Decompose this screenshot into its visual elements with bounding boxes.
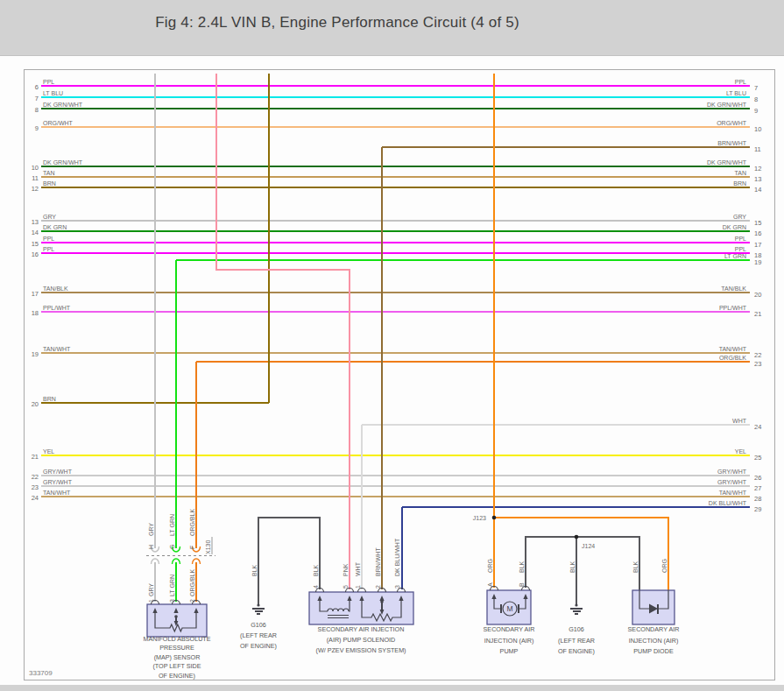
wire-number-right: 21 xyxy=(754,310,761,318)
wire-row: 7LT BLU8LT BLU xyxy=(35,90,758,104)
wiring-diagram-svg: 6PPL7PPL7LT BLU8LT BLU8DK GRN/WHT9DK GRN… xyxy=(0,0,784,691)
figure-reference-number: 333709 xyxy=(29,669,53,677)
ground-dot xyxy=(575,603,577,606)
wire-color-label-right: TAN xyxy=(735,170,746,176)
wire-color-label-left: TAN xyxy=(43,170,54,176)
junction-dot xyxy=(575,535,579,539)
wire-number-left: 24 xyxy=(32,494,39,502)
component-label: SECONDARY AIR xyxy=(484,625,535,633)
wire-number-left: 11 xyxy=(32,174,39,182)
vertical-wire-label: A xyxy=(487,582,493,587)
wire-color-label-left: DK GRN/WHT xyxy=(43,159,83,166)
component-label: (TOP LEFT SIDE xyxy=(152,662,201,670)
wire-rows: 6PPL7PPL7LT BLU8LT BLU8DK GRN/WHT9DK GRN… xyxy=(32,79,762,514)
wire-number-right: 29 xyxy=(754,505,761,513)
vertical-wire-label: BRN/WHT xyxy=(375,547,381,576)
wire-number-right: 28 xyxy=(754,495,761,503)
vertical-wire-label: F xyxy=(189,546,195,549)
wire-color-label-right: DK GRN/WHT xyxy=(707,102,747,108)
wire-color-label-left: TAN/WHT xyxy=(43,346,71,352)
wire-row: 12BRN14BRN xyxy=(32,180,762,194)
wire-color-label-right: PPL xyxy=(735,79,746,85)
wire-row: 11BRN/WHT xyxy=(382,140,761,154)
wire-number-right: 23 xyxy=(754,360,761,368)
junction-label: J124 xyxy=(582,543,595,549)
wire-row: 23ORG/BLK xyxy=(196,355,761,369)
wire-color-label-right: GRY/WHT xyxy=(717,469,747,475)
wire-color-label-right: GRY/WHT xyxy=(717,479,747,485)
component-label: SECONDARY AIR INJECTION xyxy=(318,625,405,633)
wire-row: 23GRY/WHT27GRY/WHT xyxy=(32,479,762,493)
wire-number-left: 13 xyxy=(32,218,39,226)
wire-color-label-left: TAN/BLK xyxy=(43,286,68,292)
component-sai-pump: MSECONDARY AIRINJECTION (AIR)PUMP xyxy=(484,587,535,655)
wire-color-label-right: PPL/WHT xyxy=(719,305,747,311)
wire-color-label-right: LT BLU xyxy=(726,90,746,96)
wire-number-right: 17 xyxy=(754,241,761,249)
junction-label: J123 xyxy=(473,515,486,521)
wire-number-left: 18 xyxy=(32,309,39,317)
wire-number-right: 27 xyxy=(754,484,761,492)
wire-number-left: 10 xyxy=(32,164,39,172)
wire-number-left: 17 xyxy=(32,290,39,298)
wire-color-label-left: PPL xyxy=(43,79,54,85)
vertical-wire-label: G xyxy=(169,545,175,549)
wire-number-right: 12 xyxy=(754,165,761,173)
vertical-wire-label: WHT xyxy=(355,561,361,576)
component-sai-pump-diode: SECONDARY AIRINJECTION (AIR)PUMP DIODE xyxy=(628,590,680,655)
wire-row: 8DK GRN/WHT9DK GRN/WHT xyxy=(35,102,758,116)
component-label: OF ENGINE) xyxy=(159,672,195,680)
vertical-wire-label: ORG xyxy=(487,559,493,573)
component-label: PUMP xyxy=(500,647,519,655)
component-box xyxy=(147,604,207,637)
wire-polyline xyxy=(494,518,668,590)
wire-color-label-right: GRY xyxy=(733,214,746,220)
component-map-sensor: MANIFOLD ABSOLUTEPRESSURE(MAP) SENSOR(TO… xyxy=(143,601,210,680)
wire-number-right: 16 xyxy=(754,229,761,237)
wire-color-label-left: DK GRN xyxy=(43,224,67,230)
wire-number-right: 9 xyxy=(754,107,758,115)
ground-dot xyxy=(257,603,259,606)
wire-color-label-left: GRY xyxy=(43,214,56,220)
wire-number-right: 7 xyxy=(754,84,758,92)
vertical-wire-label: BLK xyxy=(569,561,576,573)
wire-number-left: 15 xyxy=(32,240,39,248)
wire-color-label-right: TAN/WHT xyxy=(719,346,747,352)
wire-number-right: 15 xyxy=(754,219,761,227)
wire-color-label-left: PPL xyxy=(43,246,54,252)
wire-row: 11TAN13TAN xyxy=(32,170,761,184)
ground-label: G106 xyxy=(251,621,266,629)
ground-g106: G106(LEFT REAROF ENGINE) xyxy=(558,603,595,655)
component-label: INJECTION (AIR) xyxy=(484,637,534,645)
vertical-wire-label: LT GRN xyxy=(169,514,175,536)
wire-number-left: 7 xyxy=(35,95,39,102)
vertical-wire-label: BLK xyxy=(632,561,639,573)
wire-color-label-left: ORG/WHT xyxy=(43,120,74,126)
wire-number-right: 14 xyxy=(754,186,761,194)
wire-color-label-right: BRN xyxy=(733,180,746,187)
wire-row: 29DK BLU/WHT xyxy=(402,500,761,514)
component-label: SECONDARY AIR xyxy=(628,625,680,633)
wire-color-label-right: DK GRN/WHT xyxy=(707,159,747,166)
connector-id-label: X130 xyxy=(205,540,211,554)
wire-color-label-left: LT BLU xyxy=(43,90,63,96)
wiring-diagram-page: Fig 4: 2.4L VIN B, Engine Performance Ci… xyxy=(0,0,784,691)
vertical-wire-label: BLK xyxy=(251,564,258,576)
vertical-wire-label: ORG/BLK xyxy=(189,509,195,536)
wire-number-left: 20 xyxy=(32,400,39,408)
component-label: (W/ PZEV EMISSION SYSTEM) xyxy=(315,646,406,654)
motor-m: M xyxy=(506,604,512,613)
wire-color-label-left: TAN/WHT xyxy=(43,490,71,496)
wire-color-label-left: BRN xyxy=(43,396,56,402)
wire-number-right: 25 xyxy=(754,454,761,462)
vertical-wire-label: ORG xyxy=(661,559,667,573)
component-label: PUMP DIODE xyxy=(633,647,674,655)
wire-number-right: 20 xyxy=(754,291,761,299)
wire-number-left: 19 xyxy=(32,350,39,358)
component-label: (MAP) SENSOR xyxy=(154,653,201,661)
ground-label: OF ENGINE) xyxy=(558,647,595,655)
wire-color-label-right: PPL xyxy=(735,246,746,252)
wire-row: 16PPL18PPL xyxy=(32,246,762,260)
component-sai-pump-solenoid: SECONDARY AIR INJECTION(AIR) PUMP SOLENO… xyxy=(309,589,413,655)
ground-g106: G106(LEFT REAROF ENGINE) xyxy=(240,603,277,650)
